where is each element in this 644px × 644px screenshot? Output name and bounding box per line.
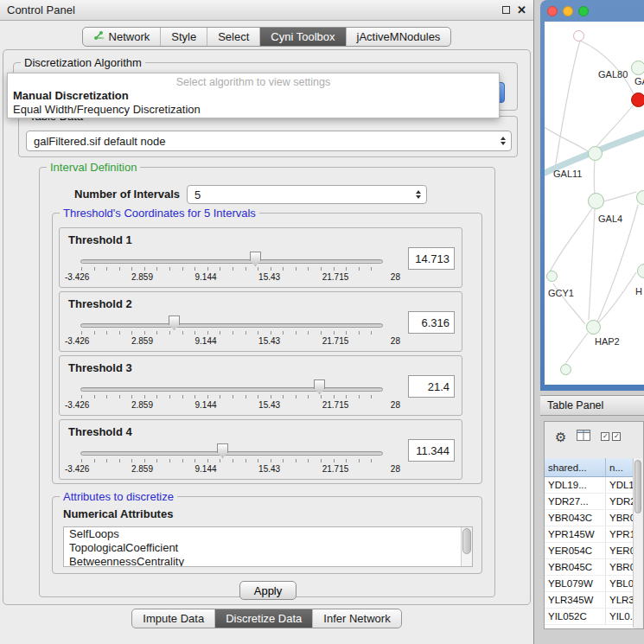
table-row[interactable]: YBL079W YBL0...: [545, 576, 634, 592]
columns-icon[interactable]: [577, 429, 590, 444]
node-label: H: [635, 286, 642, 296]
threshold-slider[interactable]: [80, 451, 383, 456]
combobox-value: galFiltered.sif default node: [34, 135, 165, 148]
threshold-value-field[interactable]: 21.4: [408, 375, 455, 398]
control-panel-window: Control Panel ✕ Network: [0, 0, 534, 644]
tick-label: 28: [391, 336, 400, 346]
table-panel-title: Table Panel: [547, 399, 603, 411]
slider-ticks: [81, 459, 384, 462]
gear-icon[interactable]: ⚙: [555, 430, 566, 443]
slider-ticks: [81, 267, 384, 271]
table-panel-header: Table Panel: [540, 395, 644, 416]
tick-label: 9.144: [195, 336, 217, 346]
network-node[interactable]: [586, 320, 601, 335]
list-item[interactable]: TopologicalCoefficient: [64, 541, 472, 555]
cyni-content-frame: Discretization Algorithm Table Data galF…: [3, 49, 531, 605]
combobox-arrows-icon: [496, 137, 511, 145]
group-title: Interval Definition: [47, 161, 140, 174]
tab-discretize-data[interactable]: Discretize Data: [214, 609, 312, 628]
select-all-icon[interactable]: ✓: [601, 432, 609, 441]
tab-label: Impute Data: [143, 612, 204, 625]
tab-select[interactable]: Select: [207, 28, 259, 46]
list-item[interactable]: SelfLoops: [64, 527, 472, 541]
list-item[interactable]: BetweennessCentrality: [64, 555, 472, 567]
network-node[interactable]: [631, 61, 644, 75]
threshold-value-field[interactable]: 11.344: [408, 439, 455, 462]
slider-thumb[interactable]: [217, 443, 228, 458]
tab-style[interactable]: Style: [160, 28, 207, 46]
network-node-selected[interactable]: [631, 92, 644, 107]
number-of-intervals-combobox[interactable]: 5: [187, 185, 427, 204]
table-cell: YPR145W: [545, 526, 606, 542]
slider-thumb[interactable]: [250, 252, 261, 266]
threshold-slider[interactable]: [80, 323, 383, 328]
tick-label: 9.144: [195, 272, 217, 282]
node-label: GAL4: [598, 214, 622, 224]
window-title: Control Panel: [7, 3, 75, 16]
list-scrollbar[interactable]: [461, 527, 472, 566]
table-row[interactable]: YBR045C YBR0...: [545, 559, 634, 576]
threshold-panel-2: Threshold 2 -3.426 2.859 9.144 15.43 21.…: [59, 291, 462, 352]
table-row[interactable]: YPR145W YPR1...: [545, 526, 634, 543]
table-cell: YBR043C: [545, 510, 606, 526]
close-icon[interactable]: ✕: [517, 4, 526, 16]
tab-jactivemnodules[interactable]: jActiveMNodules: [346, 28, 451, 46]
tab-network[interactable]: Network: [83, 28, 161, 46]
tick-label: 2.859: [131, 464, 153, 474]
slider-ticks: [81, 395, 384, 399]
dropdown-option-manual[interactable]: Manual Discretization: [8, 89, 499, 103]
table-row[interactable]: YIL052C YIL0...: [545, 609, 634, 625]
close-traffic-icon[interactable]: [547, 6, 558, 16]
table-scrollbar[interactable]: [633, 458, 642, 628]
scrollbar-thumb[interactable]: [634, 460, 641, 513]
threshold-label: Threshold 3: [68, 361, 132, 374]
threshold-slider[interactable]: [80, 259, 383, 264]
tick-label: 9.144: [195, 464, 217, 474]
tick-label: 9.144: [195, 400, 217, 410]
minimize-traffic-icon[interactable]: [563, 6, 573, 16]
threshold-value-field[interactable]: 6.316: [408, 311, 455, 334]
dropdown-option-equal-width[interactable]: Equal Width/Frequency Discretization: [8, 103, 499, 117]
table-row[interactable]: YLR345W YLR3...: [545, 592, 634, 609]
network-canvas[interactable]: GAL80 GA GAL11 GAL4 GCY1 H HAP2: [545, 22, 644, 385]
tick-label: 21.715: [322, 464, 349, 474]
table-data-combobox[interactable]: galFiltered.sif default node: [26, 131, 512, 151]
slider-thumb[interactable]: [169, 316, 180, 330]
slider-scale: -3.426 2.859 9.144 15.43 21.715 28: [65, 336, 400, 346]
tick-label: 21.715: [322, 336, 349, 346]
table-cell: YBL0...: [606, 576, 634, 591]
node-label: GA: [634, 76, 644, 86]
table-cell: YIL0...: [606, 609, 634, 624]
threshold-label: Threshold 1: [68, 233, 132, 246]
network-node[interactable]: [588, 193, 604, 209]
tick-label: -3.426: [65, 400, 89, 410]
table-row[interactable]: YER054C YER0...: [545, 543, 634, 559]
column-header[interactable]: n...: [606, 458, 634, 477]
tab-cyni-toolbox[interactable]: Cyni Toolbox: [259, 28, 345, 46]
apply-button[interactable]: Apply: [239, 581, 296, 600]
window-traffic-lights: [547, 6, 589, 16]
table-row[interactable]: YDL19... YDL1...: [545, 477, 634, 494]
scrollbar-thumb[interactable]: [462, 528, 471, 554]
attributes-to-discretize-group: Attributes to discretize Numerical Attri…: [52, 496, 482, 574]
column-header[interactable]: shared...: [545, 458, 606, 477]
table-row[interactable]: YDR27... YDR2...: [545, 494, 634, 510]
numerical-attributes-list: SelfLoops TopologicalCoefficient Between…: [63, 526, 473, 567]
slider-thumb[interactable]: [314, 379, 325, 394]
network-node[interactable]: [588, 146, 603, 161]
tab-impute-data[interactable]: Impute Data: [132, 609, 214, 628]
table-row[interactable]: YBR043C YBR0...: [545, 510, 634, 526]
threshold-value-field[interactable]: 14.713: [408, 247, 455, 270]
threshold-slider[interactable]: [80, 387, 383, 392]
tick-label: 2.859: [131, 336, 153, 346]
float-window-icon[interactable]: [502, 6, 510, 14]
tab-infer-network[interactable]: Infer Network: [312, 609, 400, 628]
zoom-traffic-icon[interactable]: [578, 6, 589, 16]
select-columns-icon[interactable]: ✓: [612, 432, 621, 441]
network-node[interactable]: [560, 364, 571, 375]
network-node[interactable]: [546, 271, 558, 282]
table-cell: YER0...: [606, 543, 634, 558]
node-label: GCY1: [548, 288, 574, 298]
network-node[interactable]: [573, 30, 584, 41]
tick-label: 21.715: [322, 400, 349, 410]
